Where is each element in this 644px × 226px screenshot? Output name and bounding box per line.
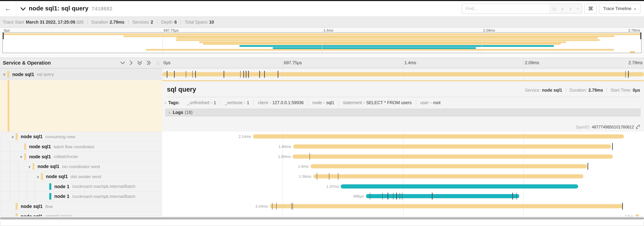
tree-indent-guide <box>27 172 35 181</box>
span-bar[interactable] <box>341 184 578 188</box>
keyboard-shortcuts-button[interactable]: ⌘ <box>584 4 597 14</box>
span-row-name-cell[interactable]: ∨node sql1colbatchscan <box>0 151 162 161</box>
timeline-tick-label: 697.75μs <box>164 28 179 32</box>
tree-indent-guide <box>18 192 27 201</box>
timeline-tick-label: 2.09ms <box>525 60 539 65</box>
logs-toggle[interactable]: › Logs (18) <box>165 108 640 116</box>
span-row-name-cell[interactable]: node sql1flow <box>0 201 162 211</box>
span-bar[interactable] <box>253 135 624 139</box>
clear-find-icon[interactable]: × <box>577 6 579 11</box>
span-row-name-cell[interactable]: ∨node sql1dist sender send <box>0 171 162 181</box>
span-bar[interactable] <box>270 204 623 208</box>
tree-indent-guide <box>35 192 44 201</box>
back-button[interactable]: ← <box>0 1 16 16</box>
collapse-all-icon[interactable] <box>137 61 142 65</box>
service-name: node sql1 <box>29 154 51 159</box>
scrollbar-thumb[interactable] <box>0 217 644 219</box>
span-row-name-cell[interactable]: ∨node sql1sql query <box>0 68 162 80</box>
trace-view-selector[interactable]: Trace Timeline ∨ <box>599 4 640 14</box>
log-marker-tick <box>310 153 310 160</box>
stat-value: 10 <box>209 20 214 25</box>
span-id-row: SpanID: 4877749850101760812 <box>576 125 640 129</box>
tree-indent-guide <box>35 182 44 191</box>
gridline <box>482 33 482 53</box>
prev-match-icon[interactable]: ∧ <box>561 6 564 11</box>
span-row: ∨node sql1colbatchscan1.85ms <box>0 151 644 161</box>
logs-label: Logs <box>173 110 183 115</box>
span-bar[interactable] <box>162 72 644 76</box>
span-bar[interactable] <box>313 174 583 178</box>
span-row-timeline-cell[interactable]: 1.84ms <box>162 141 644 151</box>
span-row-name-cell[interactable]: ∨node sql1txn coordinator send <box>0 161 162 171</box>
span-row-timeline-cell[interactable]: 886μs <box>162 191 644 201</box>
locate-icon[interactable]: ◎ <box>552 6 556 11</box>
span-row-timeline-cell[interactable]: 1.37ms <box>162 181 644 191</box>
log-marker-tick <box>276 203 277 210</box>
collapse-children-chevron-icon[interactable]: ∨ <box>10 135 16 139</box>
span-row-timeline-cell[interactable]: 2.14ms <box>162 132 644 141</box>
log-marker-tick <box>612 143 613 150</box>
span-duration-label: 886μs <box>353 191 364 201</box>
collapse-children-chevron-icon[interactable]: ∨ <box>35 174 41 179</box>
log-marker-tick <box>167 71 168 78</box>
log-marker-tick <box>195 71 196 78</box>
log-marker-tick <box>240 71 241 78</box>
log-marker-tick <box>512 193 513 200</box>
viewport-right-handle[interactable] <box>640 33 641 39</box>
service-name: node sql1 <box>21 204 43 209</box>
tree-indent-guide <box>2 142 10 151</box>
span-bar[interactable] <box>293 144 611 149</box>
collapse-one-icon[interactable] <box>120 62 125 65</box>
trace-title-group: node sql1: sql query 7418682 <box>20 5 112 12</box>
copy-link-icon[interactable] <box>636 125 640 129</box>
span-row-timeline-cell[interactable] <box>162 68 644 80</box>
span-row-timeline-cell[interactable]: 2.04ms <box>162 201 644 211</box>
collapse-children-chevron-icon[interactable]: ∨ <box>27 164 32 169</box>
tree-indent-guide <box>10 192 18 201</box>
span-duration-label: 2.14ms <box>238 132 251 141</box>
span-row-timeline-cell[interactable]: 1.85ms <box>162 151 644 161</box>
minimap-canvas[interactable] <box>2 32 642 53</box>
service-color-bar <box>50 183 51 190</box>
expand-all-icon[interactable] <box>146 61 151 65</box>
span-row-name-cell[interactable]: node 1/cockroach.roachpb.Internal/Batch <box>0 191 162 201</box>
stat-label: Duration <box>92 20 108 25</box>
span-bar[interactable] <box>293 154 613 158</box>
collapse-children-chevron-icon[interactable]: ∨ <box>2 72 7 77</box>
trace-view-label: Trace Timeline <box>603 6 631 11</box>
collapse-trace-chevron-icon[interactable] <box>20 6 26 12</box>
find-input[interactable] <box>462 4 550 14</box>
timeline-tick-label: 2.79ms <box>628 28 640 32</box>
log-marker-tick <box>622 203 623 210</box>
rows-slot: ∨node sql1consuming rows2.14msnode sql1b… <box>0 132 644 221</box>
back-arrow-icon: ← <box>5 5 11 13</box>
tags-toggle[interactable]: Tags: <box>168 100 180 105</box>
operation-name: colbatchscan <box>54 154 78 159</box>
span-row-timeline-cell[interactable]: 1.6ms <box>162 161 644 171</box>
tree-indent-guide <box>2 162 10 171</box>
span-row-name-cell[interactable]: node sql1batch flow coordinator <box>0 141 162 151</box>
stat-value: 6 <box>174 20 177 25</box>
minimap-span <box>240 45 554 47</box>
tree-indent-guide <box>2 172 10 181</box>
span-row-timeline-cell[interactable]: 1.56ms <box>162 171 644 181</box>
span-bar[interactable] <box>366 194 519 198</box>
command-icon: ⌘ <box>588 6 593 12</box>
viewport-left-handle[interactable] <box>3 33 4 39</box>
chevron-right-icon[interactable]: › <box>165 100 166 105</box>
collapse-children-chevron-icon[interactable]: ∨ <box>18 154 24 159</box>
span-bar[interactable] <box>310 164 587 168</box>
next-match-icon[interactable]: ∨ <box>569 6 572 11</box>
span-row-name-cell[interactable]: node 1/cockroach.roachpb.Internal/Batch <box>0 181 162 191</box>
span-row: ∨node sql1consuming rows2.14ms <box>0 132 644 141</box>
service-color-bar <box>16 133 18 140</box>
tree-indent-guide <box>2 192 10 201</box>
span-row: ∨node sql1dist sender send1.56ms <box>0 171 644 181</box>
column-resizer-handle[interactable] <box>157 62 159 65</box>
tree-indent-guide <box>18 182 27 191</box>
stat-duration: Duration 2.79ms <box>92 20 124 25</box>
expand-one-icon[interactable] <box>130 61 132 65</box>
tag-item: user=root <box>416 100 445 105</box>
horizontal-scrollbar[interactable] <box>0 216 644 221</box>
span-row-name-cell[interactable]: ∨node sql1consuming rows <box>0 132 162 141</box>
